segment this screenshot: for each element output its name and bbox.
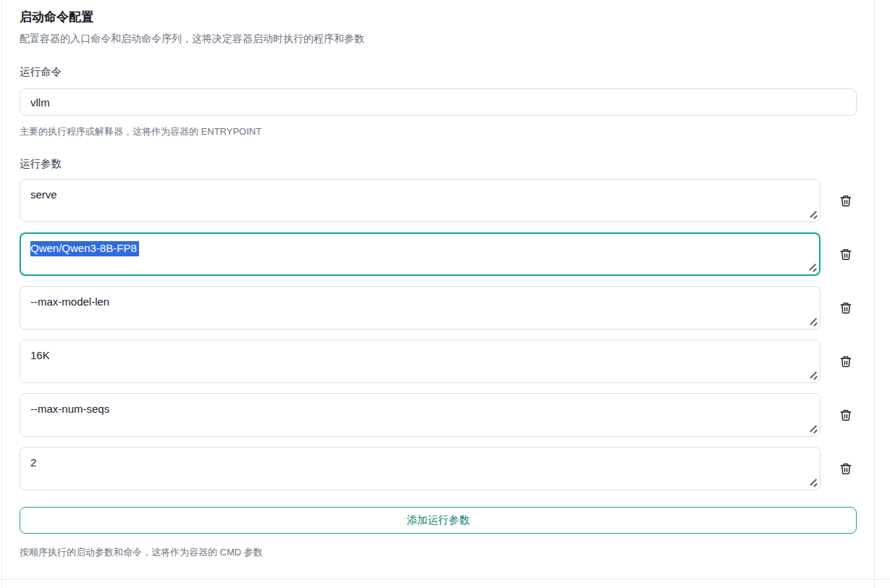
panel-right-border [874, 0, 875, 588]
run-arg-textarea[interactable]: --max-model-len [20, 286, 820, 329]
panel-left-border [1, 0, 2, 588]
run-arg-value: 16K [30, 349, 50, 361]
run-arg-row: Qwen/Qwen3-8B-FP8 [20, 232, 857, 276]
run-command-input[interactable] [20, 88, 857, 116]
run-arg-value: --max-model-len [30, 295, 109, 308]
run-arg-value: 2 [30, 456, 36, 469]
run-arg-textarea[interactable]: 16K [20, 340, 820, 383]
trash-icon [839, 301, 852, 315]
resize-handle-icon[interactable] [808, 424, 817, 433]
add-run-arg-button[interactable]: 添加运行参数 [20, 507, 857, 534]
trash-icon [839, 408, 852, 422]
resize-handle-icon[interactable] [808, 317, 817, 326]
run-arg-row: 16K [20, 340, 857, 383]
section-description: 配置容器的入口命令和启动命令序列，这将决定容器启动时执行的程序和参数 [20, 32, 857, 45]
run-arg-row: serve [20, 179, 857, 222]
trash-icon [839, 194, 852, 208]
run-arg-value-selected: Qwen/Qwen3-8B-FP8 [30, 241, 139, 256]
delete-arg-button[interactable] [835, 458, 857, 479]
delete-arg-button[interactable] [835, 404, 857, 426]
run-arg-row: --max-num-seqs [20, 393, 857, 437]
run-arg-textarea[interactable]: serve [20, 179, 820, 222]
trash-icon [839, 248, 852, 261]
run-command-help: 主要的执行程序或解释器，这将作为容器的 ENTRYPOINT [20, 125, 857, 138]
delete-arg-button[interactable] [835, 297, 857, 319]
run-args-help: 按顺序执行的启动参数和命令，这将作为容器的 CMD 参数 [20, 546, 857, 558]
delete-arg-button[interactable] [835, 350, 857, 372]
resize-handle-icon[interactable] [807, 263, 816, 272]
resize-handle-icon[interactable] [808, 210, 817, 219]
delete-arg-button[interactable] [835, 190, 857, 211]
trash-icon [839, 355, 852, 369]
run-arg-textarea[interactable]: 2 [20, 447, 820, 490]
resize-handle-icon[interactable] [808, 371, 817, 379]
delete-arg-button[interactable] [835, 243, 857, 265]
run-arg-row: --max-model-len [20, 286, 857, 329]
run-arg-value: serve [30, 188, 57, 201]
run-args-label: 运行参数 [20, 157, 857, 170]
startup-command-section: 启动命令配置 配置容器的入口命令和启动命令序列，这将决定容器启动时执行的程序和参… [20, 0, 857, 558]
resize-handle-icon[interactable] [808, 478, 817, 487]
section-divider [0, 579, 890, 580]
run-arg-textarea-focused[interactable]: Qwen/Qwen3-8B-FP8 [20, 232, 820, 276]
run-arg-value: --max-num-seqs [30, 403, 109, 415]
run-command-label: 运行命令 [20, 65, 857, 78]
run-arg-row: 2 [20, 447, 857, 490]
section-title: 启动命令配置 [20, 9, 857, 25]
run-arg-textarea[interactable]: --max-num-seqs [20, 393, 820, 437]
trash-icon [839, 462, 852, 476]
